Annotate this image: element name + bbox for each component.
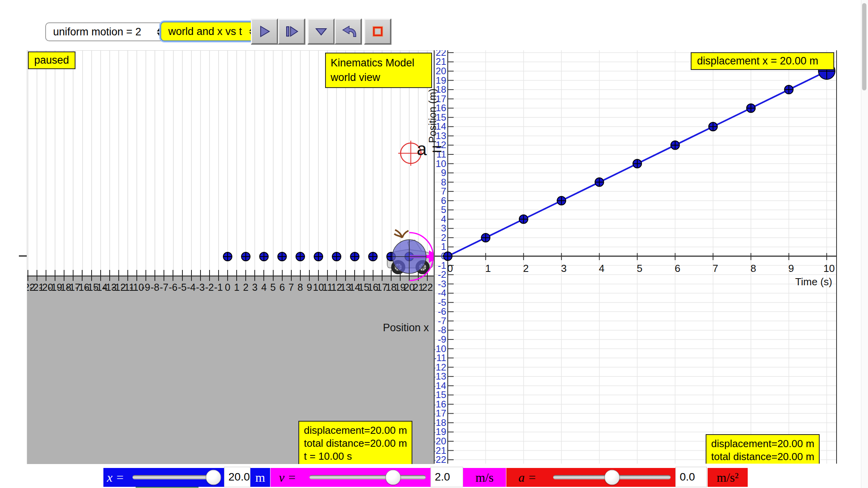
graph-y-tick-label: -21 <box>435 445 446 456</box>
world-title-line1: Kinematics Model <box>331 56 427 70</box>
graph-y-tick-label: 21 <box>436 56 446 67</box>
view-select-value: world and x vs t <box>168 26 242 38</box>
position-axis-label: Position x <box>383 322 429 334</box>
graph-y-tick-label: -15 <box>435 389 446 400</box>
a-value-field[interactable]: 0.0 <box>675 467 707 487</box>
stop-icon <box>371 25 384 38</box>
world-title-label: Kinematics Model world view <box>325 53 432 88</box>
play-icon <box>257 25 272 38</box>
reset-button[interactable] <box>335 18 362 44</box>
graph-y-tick-label: 1 <box>441 241 446 252</box>
v-slider-label: v = <box>270 468 305 487</box>
world-view-panel: -22-21-20-19-18-17-16-15-14-13-12-11-10-… <box>27 50 434 464</box>
graph-y-tick-label: -22 <box>435 454 446 464</box>
graph-y-tick-label: 4 <box>441 214 446 224</box>
graph-y-tick-label: 6 <box>441 195 446 206</box>
graph-y-tick-label: 7 <box>441 186 446 196</box>
slow-button[interactable] <box>307 18 335 44</box>
graph-info-box: displacement=20.00 m total distance=20.0… <box>706 434 820 464</box>
graph-y-tick-label: -20 <box>435 436 446 446</box>
graph-displacement-text: displacement=20.00 m <box>711 437 814 450</box>
world-trail-dot <box>278 252 287 261</box>
world-title-line2: world view <box>331 70 427 85</box>
acceleration-vector-label: a = <box>417 138 442 160</box>
graph-data-point <box>709 122 717 131</box>
world-trail-dot <box>259 252 268 261</box>
car-drag-handle[interactable] <box>392 240 426 273</box>
a-slider-thumb[interactable] <box>604 470 620 485</box>
graph-y-tick-label: 22 <box>436 50 446 58</box>
world-trail-dot <box>223 252 232 261</box>
world-trail-dot <box>350 252 359 261</box>
graph-x-tick-label: 4 <box>599 262 604 274</box>
graph-x-tick-label: 9 <box>788 262 794 274</box>
graph-y-tick-label: -11 <box>435 352 446 363</box>
x-slider[interactable] <box>128 468 224 487</box>
world-total-distance-text: total distance=20.00 m <box>304 437 407 450</box>
graph-y-tick-label: -1 <box>438 260 446 271</box>
graph-y-tick-label: -7 <box>438 316 446 326</box>
x-slider-label: x = <box>103 468 128 487</box>
model-select[interactable]: uniform motion = 2 <box>45 22 169 41</box>
graph-data-point <box>633 160 642 168</box>
v-value-field[interactable]: 2.0 <box>430 467 463 487</box>
world-left-axis-tick <box>19 255 27 257</box>
graph-y-tick-label: -16 <box>435 399 446 409</box>
graph-y-tick-label: -3 <box>438 279 446 289</box>
graph-data-point <box>481 233 490 242</box>
graph-y-tick-label: 2 <box>441 232 446 243</box>
world-trail-dot <box>241 252 250 261</box>
view-select[interactable]: world and x vs t <box>160 22 261 41</box>
graph-data-point <box>519 215 528 224</box>
graph-panel: -22-21-20-19-18-17-16-15-14-13-12-11-10-… <box>434 50 837 464</box>
world-trail-dot <box>314 252 323 261</box>
step-button[interactable] <box>278 18 305 44</box>
graph-x-tick-label: 5 <box>637 262 642 274</box>
step-icon <box>284 25 299 38</box>
a-slider-label: a = <box>506 468 548 487</box>
graph-data-point <box>785 85 793 94</box>
graph-x-tick-label: 10 <box>824 262 835 274</box>
status-badge: paused <box>28 51 75 69</box>
x-slider-thumb[interactable] <box>206 470 221 485</box>
graph-data-point <box>671 141 679 149</box>
graph-y-tick-label: 3 <box>441 223 446 233</box>
scrollbar-thumb[interactable] <box>862 3 866 90</box>
v-slider-track <box>309 475 426 479</box>
graph-y-tick-label: -19 <box>435 426 446 437</box>
world-trail-dot <box>369 252 377 261</box>
x-value-field[interactable]: 20.0 <box>224 467 250 487</box>
position-time-chart: -22-21-20-19-18-17-16-15-14-13-12-11-10-… <box>435 50 836 464</box>
x-unit-label: m <box>250 468 270 487</box>
graph-y-tick-label: -12 <box>435 362 446 372</box>
graph-y-tick-label: -17 <box>435 408 446 418</box>
graph-top-label: displacement x = 20.00 m <box>691 52 834 70</box>
graph-y-tick-label: -9 <box>438 334 446 345</box>
world-overlay <box>27 51 434 464</box>
v-slider[interactable] <box>305 468 430 487</box>
graph-y-tick-label: -6 <box>438 306 446 317</box>
graph-y-tick-label: -8 <box>438 325 446 335</box>
graph-x-tick-label: 2 <box>523 262 529 274</box>
graph-x-tick-label: 6 <box>675 262 680 274</box>
play-button[interactable] <box>251 18 278 44</box>
simulation-window: uniform motion = 2 world and x vs t <box>0 0 868 488</box>
chevron-down-icon <box>314 26 328 37</box>
graph-data-point <box>747 104 755 112</box>
graph-data-point <box>595 178 604 187</box>
graph-xlabel: Time (s) <box>795 276 832 288</box>
v-unit-label: m/s <box>463 468 506 487</box>
v-slider-thumb[interactable] <box>386 470 401 485</box>
graph-y-tick-label: -18 <box>435 417 446 428</box>
world-trail-dot <box>332 252 341 261</box>
graph-total-distance-text: total distance=20.00 m <box>711 450 814 463</box>
graph-x-tick-label: 0 <box>447 262 453 274</box>
graph-y-tick-label: -13 <box>435 371 446 382</box>
graph-y-tick-label: -4 <box>438 288 446 298</box>
a-unit-label: m/s² <box>708 468 748 487</box>
graph-y-tick-label: -14 <box>435 380 446 391</box>
a-slider[interactable] <box>548 468 675 487</box>
stop-button[interactable] <box>364 18 391 44</box>
scrollbar[interactable] <box>861 0 868 488</box>
world-displacement-text: displacement=20.00 m <box>304 424 407 437</box>
